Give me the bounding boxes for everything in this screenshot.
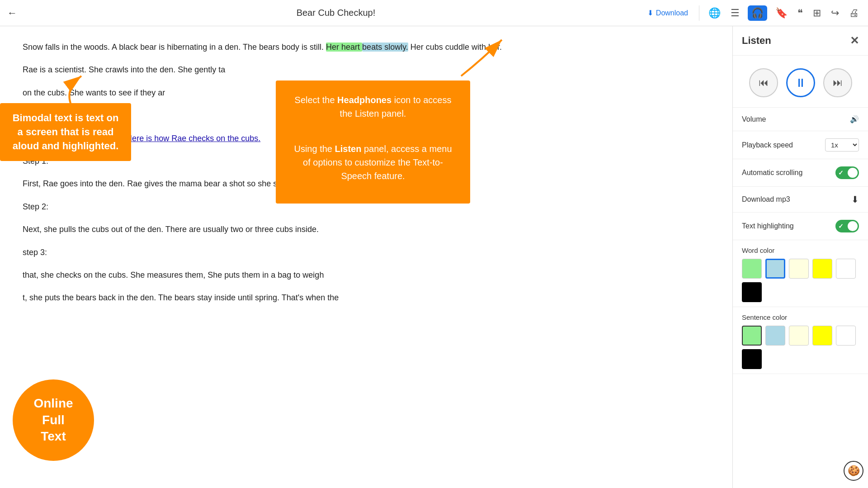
word-color-section: Word color <box>733 240 868 307</box>
panel-header: Listen ✕ <box>733 26 868 56</box>
paragraph-2: Rae is a scientist. She crawls into the … <box>23 62 710 77</box>
print-icon[interactable]: 🖨 <box>847 5 861 21</box>
panel-title: Listen <box>742 35 771 47</box>
sentence-color-swatches <box>742 326 859 369</box>
sentence-color-green[interactable] <box>742 326 762 346</box>
word-color-swatches <box>742 259 859 302</box>
pause-button[interactable]: ⏸ <box>786 68 815 97</box>
quote-icon[interactable]: ❝ <box>796 5 805 21</box>
text-highlighting-row: Text highlighting <box>733 213 868 240</box>
text-highlighting-knob <box>848 221 858 231</box>
prev-icon: ⏮ <box>759 77 769 89</box>
headphones-icon[interactable]: 🎧 <box>748 5 767 21</box>
download-mp3-row: Download mp3 ⬇ <box>733 187 868 213</box>
page-title: Bear Cub Checkup! <box>24 8 647 18</box>
word-color-lightyellow[interactable] <box>789 259 809 279</box>
sentence-color-black[interactable] <box>742 349 762 369</box>
paragraph-1: Snow falls in the woods. A black bear is… <box>23 40 710 54</box>
download-mp3-icon[interactable]: ⬇ <box>851 194 859 205</box>
word-color-white[interactable] <box>836 259 856 279</box>
highlight-blue: beats slowly. <box>362 43 408 52</box>
volume-label: Volume <box>742 115 766 123</box>
sentence-color-section: Sentence color <box>733 307 868 374</box>
sentence-color-label: Sentence color <box>742 313 859 321</box>
next-button[interactable]: ⏭ <box>823 68 852 97</box>
download-arrow-icon: ⬇ <box>647 9 653 17</box>
headphones-arrow <box>457 35 511 85</box>
next-icon: ⏭ <box>833 77 843 89</box>
pause-icon: ⏸ <box>795 76 807 90</box>
headphones-tooltip: Select the Headphones icon to access the… <box>276 81 470 204</box>
download-mp3-label: Download mp3 <box>742 195 790 204</box>
word-color-yellow[interactable] <box>812 259 832 279</box>
auto-scroll-label: Automatic scrolling <box>742 169 802 177</box>
folder-icon[interactable]: ⊞ <box>811 5 823 21</box>
globe-icon[interactable]: 🌐 <box>707 5 722 21</box>
audio-controls: ⏮ ⏸ ⏭ <box>733 56 868 108</box>
word-color-label: Word color <box>742 246 859 254</box>
word-color-black[interactable] <box>742 282 762 302</box>
download-button[interactable]: ⬇ Download <box>647 9 688 17</box>
text-highlighting-toggle[interactable] <box>835 220 859 232</box>
toolbar: ← Bear Cub Checkup! ⬇ Download 🌐 ☰ 🎧 🔖 ❝… <box>0 0 868 26</box>
playback-speed-row: Playback speed 0.5x 0.75x 1x 1.25x 1.5x … <box>733 131 868 159</box>
main-area: Snow falls in the woods. A black bear is… <box>0 26 868 488</box>
auto-scroll-row: Automatic scrolling <box>733 159 868 187</box>
volume-icon[interactable]: 🔊 <box>850 115 859 123</box>
sentence-color-white[interactable] <box>836 326 856 346</box>
auto-scroll-toggle[interactable] <box>835 166 859 179</box>
online-full-text-label: OnlineFullText <box>33 395 73 445</box>
step2-text: Next, she pulls the cubs out of the den.… <box>23 222 710 237</box>
bottom-text: t, she puts the bears back in the den. T… <box>23 290 710 305</box>
playback-speed-label: Playback speed <box>742 141 793 149</box>
step3-text: that, she checks on the cubs. She measur… <box>23 268 710 282</box>
bimodal-arrow <box>45 71 99 112</box>
sentence-color-blue[interactable] <box>765 326 785 346</box>
toolbar-icons: 🌐 ☰ 🎧 🔖 ❝ ⊞ ↪ 🖨 <box>699 5 861 21</box>
volume-row: Volume 🔊 <box>733 108 868 131</box>
close-button[interactable]: ✕ <box>850 34 859 47</box>
prev-button[interactable]: ⏮ <box>749 68 778 97</box>
bimodal-text: Bimodal text is text on a screen that is… <box>13 112 119 152</box>
online-full-text-badge: OnlineFullText <box>13 379 94 461</box>
toolbar-right: ⬇ Download 🌐 ☰ 🎧 🔖 ❝ ⊞ ↪ 🖨 <box>647 5 861 21</box>
highlight-green: Her heart <box>326 43 362 52</box>
toggle-knob <box>848 168 858 178</box>
back-button[interactable]: ← <box>7 7 17 19</box>
cookie-icon[interactable]: 🍪 <box>844 461 863 481</box>
step3-label: step 3: <box>23 245 710 260</box>
word-color-green[interactable] <box>742 259 762 279</box>
share-icon[interactable]: ↪ <box>829 5 841 21</box>
text-highlighting-label: Text highlighting <box>742 222 794 230</box>
list-icon[interactable]: ☰ <box>729 5 741 21</box>
bookmark-icon[interactable]: 🔖 <box>774 5 789 21</box>
word-color-blue[interactable] <box>765 259 785 279</box>
playback-speed-select[interactable]: 0.5x 0.75x 1x 1.25x 1.5x 2x <box>825 138 859 152</box>
reading-area: Snow falls in the woods. A black bear is… <box>0 26 732 488</box>
listen-panel: Listen ✕ ⏮ ⏸ ⏭ Volume 🔊 Playback speed 0… <box>732 26 868 488</box>
sentence-color-yellow[interactable] <box>812 326 832 346</box>
sentence-color-lightyellow[interactable] <box>789 326 809 346</box>
